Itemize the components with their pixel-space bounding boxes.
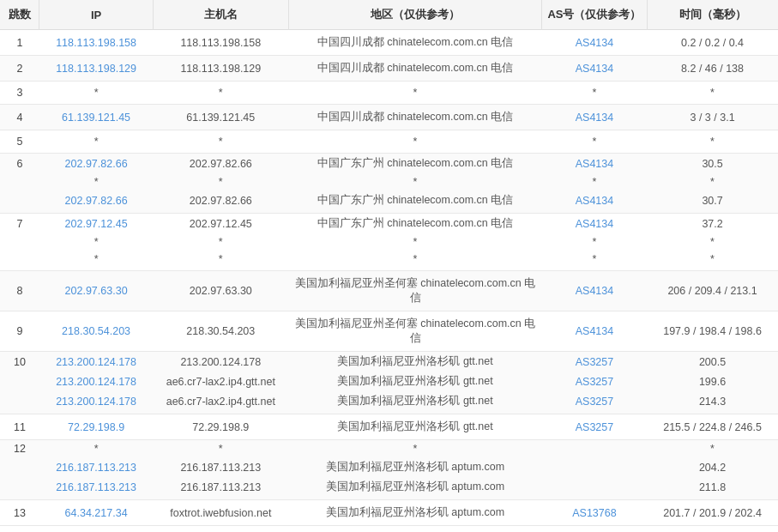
cell-region: 美国加利福尼亚州洛杉矶 gtt.net	[288, 352, 542, 372]
table-row: 1172.29.198.972.29.198.9美国加利福尼亚州洛杉矶 gtt.…	[0, 414, 778, 440]
as-link[interactable]: AS3257	[576, 356, 613, 368]
as-link[interactable]: AS4134	[576, 37, 613, 49]
cell-hop	[0, 173, 39, 190]
ip-link[interactable]: 64.34.217.34	[65, 507, 128, 519]
cell-ip[interactable]: 64.34.217.34	[39, 500, 153, 526]
cell-hostname: *	[153, 82, 288, 105]
cell-ip[interactable]: 213.200.124.178	[39, 372, 153, 391]
as-link[interactable]: AS3257	[576, 421, 613, 433]
cell-as[interactable]: AS4134	[542, 311, 647, 352]
cell-ip[interactable]: 218.30.54.203	[39, 311, 153, 352]
ip-link[interactable]: 202.97.82.66	[65, 195, 128, 207]
traceroute-table: 跳数 IP 主机名 地区（仅供参考） AS号（仅供参考） 时间（毫秒） 1118…	[0, 0, 778, 526]
ip-link[interactable]: 213.200.124.178	[56, 376, 136, 388]
ip-link[interactable]: 216.187.113.213	[56, 481, 136, 493]
cell-hop: 6	[0, 154, 39, 174]
cell-as[interactable]: AS4134	[542, 154, 647, 174]
cell-as[interactable]: AS4134	[542, 271, 647, 311]
cell-ip[interactable]: 202.97.63.30	[39, 271, 153, 311]
table-row: 202.97.82.66202.97.82.66中国广东广州 chinatele…	[0, 190, 778, 214]
table-row: 213.200.124.178ae6.cr7-lax2.ip4.gtt.net美…	[0, 391, 778, 414]
cell-ip[interactable]: 118.113.198.129	[39, 56, 153, 82]
ip-link[interactable]: 118.113.198.158	[56, 37, 136, 49]
cell-time: 204.2	[647, 457, 778, 477]
cell-region: 中国广东广州 chinatelecom.com.cn 电信	[288, 154, 542, 174]
cell-ip: *	[39, 233, 153, 251]
ip-link[interactable]: 202.97.12.45	[65, 218, 128, 230]
cell-hop	[0, 372, 39, 391]
cell-as[interactable]: AS13768	[542, 500, 647, 526]
ip-link[interactable]: 213.200.124.178	[56, 396, 136, 408]
cell-as[interactable]: AS3257	[542, 414, 647, 440]
as-link[interactable]: AS3257	[576, 376, 613, 388]
cell-hop: 11	[0, 414, 39, 440]
as-link[interactable]: AS4134	[576, 218, 613, 230]
cell-hop: 9	[0, 311, 39, 352]
table-row: 12****	[0, 440, 778, 458]
as-link[interactable]: AS4134	[576, 325, 613, 337]
cell-hop: 7	[0, 214, 39, 234]
ip-link[interactable]: 61.139.121.45	[62, 112, 130, 124]
as-link[interactable]: AS3257	[576, 396, 613, 408]
cell-time: *	[647, 233, 778, 251]
cell-ip[interactable]: 202.97.12.45	[39, 214, 153, 234]
cell-ip[interactable]: 202.97.82.66	[39, 154, 153, 174]
as-link[interactable]: AS4134	[576, 112, 613, 124]
ip-link[interactable]: 72.29.198.9	[68, 421, 124, 433]
cell-ip[interactable]: 216.187.113.213	[39, 457, 153, 477]
cell-hop: 12	[0, 440, 39, 458]
as-link[interactable]: AS13768	[572, 507, 616, 519]
as-link[interactable]: AS4134	[576, 158, 613, 170]
cell-as[interactable]: AS4134	[542, 214, 647, 234]
table-row: *****	[0, 173, 778, 190]
table-row: 1364.34.217.34foxtrot.iwebfusion.net美国加利…	[0, 500, 778, 526]
header-as: AS号（仅供参考）	[542, 0, 647, 30]
cell-ip[interactable]: 216.187.113.213	[39, 477, 153, 500]
cell-hostname: *	[153, 251, 288, 271]
cell-time: 8.2 / 46 / 138	[647, 56, 778, 82]
cell-time: *	[647, 440, 778, 458]
ip-link[interactable]: 216.187.113.213	[56, 462, 136, 474]
cell-as[interactable]: AS4134	[542, 105, 647, 130]
ip-link[interactable]: 118.113.198.129	[56, 63, 136, 75]
cell-hop	[0, 251, 39, 271]
ip-link[interactable]: 218.30.54.203	[62, 325, 130, 337]
as-link[interactable]: AS4134	[576, 63, 613, 75]
cell-hostname: *	[153, 233, 288, 251]
cell-as[interactable]: AS4134	[542, 56, 647, 82]
cell-ip[interactable]: 213.200.124.178	[39, 391, 153, 414]
cell-ip[interactable]: 72.29.198.9	[39, 414, 153, 440]
cell-hop: 5	[0, 130, 39, 154]
cell-hop: 10	[0, 352, 39, 372]
cell-hostname: 213.200.124.178	[153, 352, 288, 372]
cell-ip: *	[39, 440, 153, 458]
ip-link[interactable]: 202.97.82.66	[65, 158, 128, 170]
cell-as[interactable]: AS3257	[542, 352, 647, 372]
ip-link[interactable]: 202.97.63.30	[65, 285, 128, 297]
cell-ip[interactable]: 118.113.198.158	[39, 30, 153, 56]
cell-as[interactable]: AS4134	[542, 30, 647, 56]
cell-region: 中国四川成都 chinatelecom.com.cn 电信	[288, 105, 542, 130]
cell-as[interactable]: AS3257	[542, 391, 647, 414]
cell-region: *	[288, 173, 542, 190]
cell-ip[interactable]: 61.139.121.45	[39, 105, 153, 130]
cell-ip[interactable]: 202.97.82.66	[39, 190, 153, 214]
table-row: 213.200.124.178ae6.cr7-lax2.ip4.gtt.net美…	[0, 372, 778, 391]
cell-as[interactable]: AS4134	[542, 190, 647, 214]
table-row: 6202.97.82.66202.97.82.66中国广东广州 chinatel…	[0, 154, 778, 174]
table-row: *****	[0, 233, 778, 251]
cell-hop	[0, 457, 39, 477]
table-row: 7202.97.12.45202.97.12.45中国广东广州 chinatel…	[0, 214, 778, 234]
cell-time: 214.3	[647, 391, 778, 414]
cell-hop	[0, 477, 39, 500]
as-link[interactable]: AS4134	[576, 195, 613, 207]
cell-hostname: 202.97.63.30	[153, 271, 288, 311]
cell-hostname: ae6.cr7-lax2.ip4.gtt.net	[153, 372, 288, 391]
ip-link[interactable]: 213.200.124.178	[56, 356, 136, 368]
as-link[interactable]: AS4134	[576, 285, 613, 297]
cell-time: 211.8	[647, 477, 778, 500]
cell-as[interactable]: AS3257	[542, 372, 647, 391]
table-row: 8202.97.63.30202.97.63.30美国加利福尼亚州圣何塞 chi…	[0, 271, 778, 311]
cell-hostname: 216.187.113.213	[153, 457, 288, 477]
cell-ip[interactable]: 213.200.124.178	[39, 352, 153, 372]
